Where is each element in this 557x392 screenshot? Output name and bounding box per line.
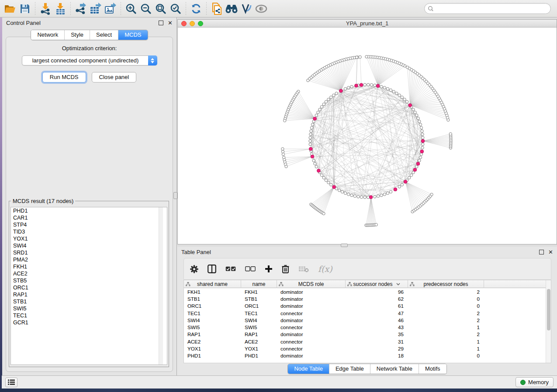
mcds-result-item[interactable]: PHD1 — [11, 207, 167, 214]
table-row[interactable]: SWI4SWI4dominator462 — [184, 316, 551, 323]
search-input[interactable] — [434, 4, 550, 13]
refresh-icon[interactable] — [190, 2, 203, 16]
cell-successor-nodes[interactable]: 29 — [346, 346, 408, 351]
export-network-icon[interactable] — [74, 2, 87, 16]
mcds-result-item[interactable]: SWI5 — [11, 305, 167, 312]
cell-predecessor-nodes[interactable]: 2 — [408, 317, 484, 323]
table-row[interactable]: RAP1RAP1dominator352 — [184, 331, 551, 338]
cell-predecessor-nodes[interactable]: 1 — [408, 324, 484, 330]
network-canvas[interactable] — [178, 28, 557, 244]
table-row[interactable]: STB1STB1dominator620 — [184, 295, 551, 302]
cell-name[interactable]: TEC1 — [241, 310, 277, 316]
table-row[interactable]: SWI5SWI5connector431 — [184, 323, 551, 330]
mcds-result-item[interactable]: GCR1 — [11, 319, 167, 326]
cell-predecessor-nodes[interactable]: 2 — [408, 331, 484, 337]
cell-shared-name[interactable]: RAP1 — [184, 331, 241, 337]
zoom-in-icon[interactable] — [125, 2, 138, 16]
mcds-result-item[interactable]: PMA2 — [11, 256, 167, 263]
cell-predecessor-nodes[interactable]: 1 — [408, 346, 484, 351]
cell-name[interactable]: STB1 — [241, 296, 277, 302]
table-row[interactable]: FKH1FKH1dominator962 — [184, 288, 551, 295]
close-panel-button[interactable]: Close panel — [92, 72, 137, 83]
column-view-icon[interactable] — [208, 265, 216, 273]
eye-toggle-icon[interactable] — [255, 2, 268, 16]
mcds-result-item[interactable]: STB1 — [11, 298, 167, 305]
cell-name[interactable]: SWI5 — [241, 324, 277, 330]
tab-network-table[interactable]: Network Table — [370, 364, 419, 374]
cell-name[interactable]: ACE2 — [241, 339, 277, 344]
cell-shared-name[interactable]: FKH1 — [184, 289, 241, 295]
tab-motifs[interactable]: Motifs — [419, 364, 446, 374]
mcds-result-item[interactable]: CAR1 — [11, 214, 167, 221]
table-row[interactable]: ORC1ORC1dominator610 — [184, 303, 551, 309]
table-row[interactable]: PHD1PHD1dominator180 — [184, 352, 551, 359]
cell-successor-nodes[interactable]: 18 — [346, 353, 408, 358]
cell-shared-name[interactable]: PHD1 — [184, 353, 241, 358]
table-row[interactable]: YOX1YOX1connector291 — [184, 345, 551, 352]
cell-MCDS-role[interactable]: dominator — [277, 353, 346, 358]
export-table-icon[interactable] — [89, 2, 102, 16]
mcds-result-item[interactable]: TID3 — [11, 228, 167, 235]
column-header-name[interactable]: name — [241, 280, 277, 288]
zoom-selected-icon[interactable] — [169, 2, 182, 16]
scrollbar-thumb[interactable] — [547, 289, 550, 330]
style-mapper-icon[interactable] — [240, 2, 253, 16]
cell-name[interactable]: ORC1 — [241, 303, 277, 309]
add-column-icon[interactable] — [265, 265, 273, 273]
cell-successor-nodes[interactable]: 96 — [346, 289, 408, 295]
vertical-splitter-handle[interactable] — [173, 192, 177, 199]
cell-MCDS-role[interactable]: connector — [277, 310, 346, 316]
float-window-icon[interactable] — [539, 250, 544, 254]
cell-MCDS-role[interactable]: connector — [277, 339, 346, 344]
cell-successor-nodes[interactable]: 35 — [346, 331, 408, 337]
binoculars-search-icon[interactable] — [225, 2, 238, 16]
cell-MCDS-role[interactable]: dominator — [277, 289, 346, 295]
tab-node-table[interactable]: Node Table — [288, 364, 329, 374]
column-header-shared-name[interactable]: shared name — [184, 280, 241, 288]
node-table[interactable]: shared namenameMCDS rolesuccessor nodesp… — [183, 280, 551, 363]
cell-predecessor-nodes[interactable]: 0 — [408, 353, 484, 358]
mcds-result-item[interactable]: ACE2 — [11, 270, 167, 277]
delete-table-icon[interactable] — [298, 265, 309, 272]
tab-style[interactable]: Style — [64, 30, 90, 40]
cell-shared-name[interactable]: YOX1 — [184, 346, 241, 351]
delete-column-icon[interactable] — [282, 265, 289, 273]
settings-gear-icon[interactable] — [190, 265, 198, 273]
cell-shared-name[interactable]: ORC1 — [184, 303, 241, 309]
cell-shared-name[interactable]: ACE2 — [184, 339, 241, 344]
export-image-icon[interactable] — [104, 2, 117, 16]
table-row[interactable]: ACE2ACE2connector311 — [184, 338, 551, 345]
mcds-result-item[interactable]: RAP1 — [11, 291, 167, 298]
cell-successor-nodes[interactable]: 31 — [346, 339, 408, 344]
select-all-checkboxes-icon[interactable] — [225, 266, 236, 272]
import-network-icon[interactable] — [39, 2, 52, 16]
mcds-result-item[interactable]: SWI4 — [11, 242, 167, 249]
mcds-result-item[interactable]: TEC1 — [11, 312, 167, 319]
horizontal-splitter-handle[interactable] — [341, 244, 348, 247]
cell-name[interactable]: PHD1 — [241, 353, 277, 358]
tab-select[interactable]: Select — [90, 30, 118, 40]
run-mcds-button[interactable]: Run MCDS — [42, 72, 86, 83]
cell-predecessor-nodes[interactable]: 2 — [408, 310, 484, 316]
zoom-out-icon[interactable] — [139, 2, 152, 16]
cell-predecessor-nodes[interactable]: 0 — [408, 303, 484, 309]
memory-button[interactable]: Memory — [515, 377, 554, 387]
open-folder-icon[interactable] — [3, 2, 17, 16]
cell-shared-name[interactable]: SWI4 — [184, 317, 241, 323]
tab-network[interactable]: Network — [31, 30, 64, 40]
cell-MCDS-role[interactable]: dominator — [277, 317, 346, 323]
cell-name[interactable]: RAP1 — [241, 331, 277, 337]
tab-edge-table[interactable]: Edge Table — [329, 364, 370, 374]
cell-MCDS-role[interactable]: dominator — [277, 303, 346, 309]
cell-successor-nodes[interactable]: 43 — [346, 324, 408, 330]
cell-name[interactable]: FKH1 — [241, 289, 277, 295]
task-history-button[interactable] — [5, 378, 17, 387]
mcds-result-item[interactable]: YOX1 — [11, 235, 167, 242]
cell-predecessor-nodes[interactable]: 1 — [408, 339, 484, 344]
criterion-dropdown[interactable]: largest connected component (undirected) — [22, 55, 157, 65]
tab-mcds[interactable]: MCDS — [118, 30, 147, 40]
toolbar-search-field[interactable] — [424, 3, 551, 14]
deselect-all-checkboxes-icon[interactable] — [245, 266, 256, 272]
save-icon[interactable] — [18, 2, 31, 16]
mcds-result-item[interactable]: FKH1 — [11, 263, 167, 270]
